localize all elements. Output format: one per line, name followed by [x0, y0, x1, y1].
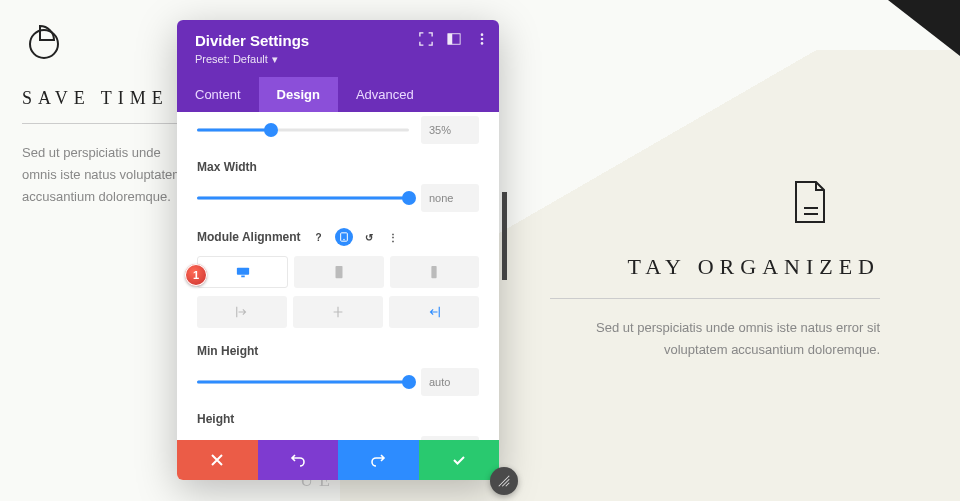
- feature-right-title: TAY ORGANIZED: [550, 254, 880, 299]
- max-width-value[interactable]: none: [421, 184, 479, 212]
- device-phone[interactable]: [390, 256, 479, 288]
- chevron-down-icon: ▾: [272, 53, 278, 66]
- close-button[interactable]: [177, 440, 258, 480]
- width-slider[interactable]: [197, 119, 409, 141]
- settings-modal: Divider Settings Preset: Default ▾ Conte…: [177, 20, 499, 480]
- min-height-value[interactable]: auto: [421, 368, 479, 396]
- device-segmented: 1: [197, 256, 479, 288]
- height-label: Height: [197, 412, 479, 426]
- divider-preview[interactable]: [502, 192, 507, 280]
- svg-rect-12: [335, 266, 342, 278]
- preset-selector[interactable]: Preset: Default ▾: [195, 53, 278, 66]
- height-slider[interactable]: [197, 439, 409, 440]
- redo-button[interactable]: [338, 440, 419, 480]
- responsive-icon[interactable]: [335, 228, 353, 246]
- alignment-label: Module Alignment ? ↺ ⋮: [197, 228, 479, 246]
- min-height-row: auto: [197, 368, 479, 396]
- preset-label: Preset: Default: [195, 53, 268, 65]
- background-wedge-dark: [780, 0, 960, 80]
- width-value[interactable]: 35%: [421, 116, 479, 144]
- svg-rect-4: [448, 34, 452, 45]
- svg-point-5: [481, 33, 484, 36]
- panel-icon[interactable]: [447, 32, 461, 46]
- align-left[interactable]: [197, 296, 287, 328]
- kebab-icon[interactable]: [475, 32, 489, 46]
- align-center[interactable]: [293, 296, 383, 328]
- pie-chart-icon: [22, 22, 62, 62]
- device-desktop[interactable]: [197, 256, 288, 288]
- device-tablet[interactable]: [294, 256, 383, 288]
- modal-body[interactable]: 35% Max Width none Module Alignment ? ↺ …: [177, 112, 499, 440]
- max-width-slider[interactable]: [197, 187, 409, 209]
- tab-design[interactable]: Design: [259, 77, 338, 112]
- tab-content[interactable]: Content: [177, 77, 259, 112]
- feature-right: TAY ORGANIZED Sed ut perspiciatis unde o…: [550, 180, 880, 361]
- save-button[interactable]: [419, 440, 500, 480]
- svg-point-7: [481, 42, 484, 45]
- tab-advanced[interactable]: Advanced: [338, 77, 432, 112]
- svg-point-6: [481, 38, 484, 41]
- svg-rect-10: [237, 268, 249, 275]
- modal-footer: [177, 440, 499, 480]
- svg-rect-11: [241, 276, 245, 278]
- feature-left-body: Sed ut perspiciatis unde omnis iste natu…: [22, 142, 192, 208]
- min-height-slider[interactable]: [197, 371, 409, 393]
- feature-left: SAVE TIME Sed ut perspiciatis unde omnis…: [22, 22, 192, 208]
- max-width-label: Max Width: [197, 160, 479, 174]
- feature-right-body: Sed ut perspiciatis unde omnis iste natu…: [550, 317, 880, 361]
- align-right[interactable]: [389, 296, 479, 328]
- width-row: 35%: [197, 116, 479, 144]
- reset-icon[interactable]: ↺: [361, 229, 377, 245]
- resize-handle[interactable]: [490, 467, 518, 495]
- alignment-label-text: Module Alignment: [197, 230, 301, 244]
- min-height-label: Min Height: [197, 344, 479, 358]
- help-icon[interactable]: ?: [311, 229, 327, 245]
- alignment-segmented: [197, 296, 479, 328]
- modal-header[interactable]: Divider Settings Preset: Default ▾: [177, 20, 499, 77]
- field-menu-icon[interactable]: ⋮: [385, 229, 401, 245]
- max-width-row: none: [197, 184, 479, 212]
- document-icon: [792, 180, 828, 224]
- feature-left-title: SAVE TIME: [22, 88, 182, 124]
- modal-tabs: Content Design Advanced: [177, 77, 499, 112]
- expand-icon[interactable]: [419, 32, 433, 46]
- undo-button[interactable]: [258, 440, 339, 480]
- step-badge: 1: [185, 264, 207, 286]
- svg-point-9: [343, 239, 344, 240]
- svg-rect-13: [432, 266, 437, 278]
